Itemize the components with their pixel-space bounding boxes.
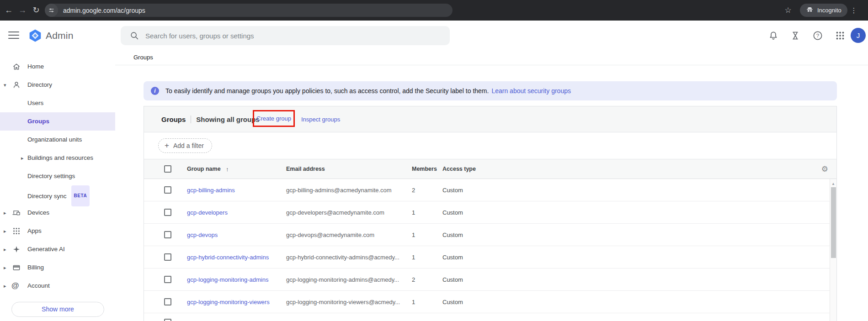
security-info-banner: i To easily identify and manage groups y… — [144, 81, 837, 100]
row-checkbox[interactable] — [164, 231, 171, 238]
scrollbar-up-icon[interactable]: ▲ — [830, 179, 836, 186]
banner-text: To easily identify and manage groups you… — [165, 87, 489, 95]
sidebar-item-directory-sync[interactable]: Directory syncBETA — [0, 185, 115, 204]
toolbar-separator — [191, 116, 191, 123]
group-members-count: 1 — [412, 291, 415, 313]
main-content: Groups i To easily identify and manage g… — [115, 50, 868, 321]
sidebar-item-generative-ai[interactable]: ▸ Generative AI — [0, 240, 115, 258]
sidebar-item-apps[interactable]: ▸ Apps — [0, 222, 115, 240]
incognito-badge: Incognito — [800, 4, 847, 17]
hourglass-icon[interactable] — [790, 30, 801, 41]
group-members-count: 2 — [412, 268, 415, 291]
group-name-link[interactable]: gcp-logging-monitoring-viewers — [187, 291, 270, 313]
table-row: gcp-logging-monitoring-viewers gcp-loggi… — [144, 291, 836, 313]
header-divider — [115, 65, 868, 65]
column-settings-gear-icon[interactable]: ⚙ — [821, 159, 828, 179]
row-checkbox[interactable] — [164, 253, 171, 261]
sidebar-item-directory-settings[interactable]: Directory settings — [0, 167, 115, 185]
sidebar-item-billing[interactable]: ▸ Billing — [0, 258, 115, 277]
chevron-right-icon[interactable]: ▸ — [4, 240, 6, 258]
table-row: gcp-developers gcp-developers@acmedynami… — [144, 201, 836, 224]
add-filter-button[interactable]: + Add a filter — [158, 138, 212, 153]
group-email: gcp-logging-monitoring-viewers@acmedy... — [286, 291, 400, 313]
chevron-down-icon[interactable]: ▾ — [4, 76, 6, 94]
column-members[interactable]: Members — [412, 159, 437, 179]
browser-back-icon[interactable]: ← — [2, 0, 16, 21]
chevron-right-icon[interactable]: ▸ — [21, 149, 24, 167]
product-name: Admin — [46, 29, 74, 42]
group-name-link[interactable]: gcp-developers — [187, 201, 228, 224]
row-checkbox[interactable] — [164, 186, 171, 194]
at-sign-icon: @ — [11, 277, 19, 295]
incognito-label: Incognito — [817, 7, 841, 14]
group-members-count: 2 — [412, 179, 415, 201]
table-row: gcp-logging-monitoring-admins gcp-loggin… — [144, 268, 836, 291]
column-email-address[interactable]: Email address — [286, 159, 325, 179]
chevron-right-icon[interactable]: ▸ — [4, 204, 6, 222]
sidebar-item-users[interactable]: Users — [0, 94, 115, 112]
incognito-icon — [806, 5, 814, 15]
row-checkbox[interactable] — [164, 209, 171, 216]
apps-grid-icon[interactable] — [835, 30, 846, 41]
sidebar-item-directory[interactable]: ▾ Directory — [0, 76, 115, 94]
group-name-link[interactable]: gcp-devops — [187, 224, 218, 246]
group-name-link[interactable]: gcp-billing-admins — [187, 179, 235, 201]
browser-reload-icon[interactable]: ↻ — [29, 0, 43, 21]
help-icon[interactable]: ? — [812, 30, 823, 41]
browser-menu-icon[interactable]: ⋮ — [849, 0, 858, 21]
sidebar-item-devices[interactable]: ▸ Devices — [0, 204, 115, 222]
browser-chrome: ← → ↻ admin.google.com/ac/groups ☆ Incog… — [0, 0, 868, 21]
group-members-count: 1 — [412, 224, 415, 246]
admin-logo-icon — [28, 29, 42, 44]
address-bar[interactable]: admin.google.com/ac/groups — [45, 4, 453, 17]
column-group-name[interactable]: Group name — [187, 159, 221, 179]
group-access-type: Custom — [442, 268, 463, 291]
sidebar-item-home[interactable]: Home — [0, 58, 115, 76]
bookmark-star-icon[interactable]: ☆ — [782, 0, 794, 21]
toolbar-title: Groups — [161, 116, 186, 123]
group-email: gcp-devops@acmedynamite.com — [286, 224, 374, 246]
devices-icon — [12, 208, 21, 217]
chevron-right-icon[interactable]: ▸ — [4, 258, 6, 277]
group-access-type: Custom — [442, 179, 463, 201]
group-access-type: Custom — [442, 224, 463, 246]
home-icon — [12, 62, 21, 71]
inspect-groups-button[interactable]: Inspect groups — [301, 106, 340, 132]
sidebar-item-groups[interactable]: Groups — [0, 112, 115, 131]
group-access-type: Custom — [442, 246, 463, 268]
breadcrumb[interactable]: Groups — [133, 54, 153, 61]
table-scrollbar[interactable]: ▲ — [830, 179, 836, 321]
group-members-count: 1 — [412, 201, 415, 224]
group-email: gcp-billing-admins@acmedynamite.com — [286, 179, 392, 201]
select-all-checkbox[interactable] — [164, 165, 171, 173]
row-checkbox[interactable] — [164, 298, 171, 305]
scrollbar-thumb[interactable] — [831, 187, 836, 258]
search-input[interactable] — [145, 26, 442, 45]
column-access-type[interactable]: Access type — [442, 159, 476, 179]
group-access-type: Custom — [442, 291, 463, 313]
show-more-button[interactable]: Show more — [11, 302, 104, 317]
group-name-link[interactable]: gcp-hybrid-connectivity-admins — [187, 246, 269, 268]
main-menu-icon[interactable] — [8, 32, 19, 39]
site-settings-icon[interactable] — [45, 4, 58, 17]
chevron-right-icon[interactable]: ▸ — [4, 277, 6, 295]
security-groups-link[interactable]: Learn about security groups — [491, 87, 571, 95]
groups-toolbar: Groups Showing all groups Create group I… — [144, 106, 836, 132]
group-email: gcp-hybrid-connectivity-admins@acmedy... — [286, 246, 399, 268]
sort-ascending-icon[interactable]: ↑ — [226, 159, 229, 179]
row-checkbox[interactable] — [164, 319, 171, 321]
sidebar-item-buildings-and-resources[interactable]: ▸ Buildings and resources — [0, 149, 115, 167]
table-row: gcp-devops gcp-devops@acmedynamite.com 1… — [144, 224, 836, 246]
admin-search-bar[interactable] — [121, 26, 450, 45]
group-access-type: Custom — [442, 201, 463, 224]
chevron-right-icon[interactable]: ▸ — [4, 222, 6, 240]
row-checkbox[interactable] — [164, 276, 171, 283]
avatar[interactable]: J — [851, 28, 866, 43]
sidebar-item-account[interactable]: ▸ @ Account — [0, 277, 115, 295]
browser-forward-icon[interactable]: → — [16, 0, 29, 21]
notifications-bell-icon[interactable] — [768, 30, 779, 41]
sparkle-icon — [12, 245, 21, 254]
create-group-button[interactable]: Create group — [256, 115, 291, 122]
group-name-link[interactable]: gcp-logging-monitoring-admins — [187, 268, 268, 291]
sidebar-item-organizational-units[interactable]: Organizational units — [0, 131, 115, 149]
